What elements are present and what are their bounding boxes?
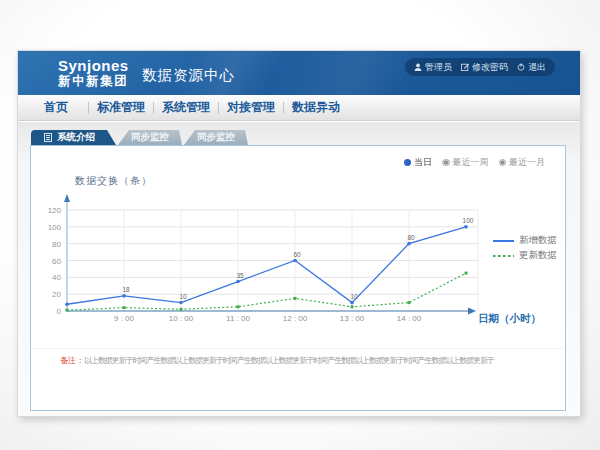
radio-label: 当日 — [414, 156, 432, 169]
nav-item-1[interactable]: 标准管理 — [89, 95, 153, 120]
svg-text:11 : 00: 11 : 00 — [226, 314, 250, 323]
svg-text:100: 100 — [48, 223, 62, 232]
document-icon — [44, 133, 52, 142]
footnote-label: 备注： — [60, 356, 84, 365]
svg-text:14 : 00: 14 : 00 — [397, 314, 422, 323]
svg-text:9 : 00: 9 : 00 — [114, 314, 135, 323]
svg-text:10 : 00: 10 : 00 — [169, 314, 194, 323]
footnote: 备注：以上数据更新于时间产生数据以上数据更新于时间产生数据以上数据更新于时间产生… — [60, 355, 494, 366]
main-nav: 首页标准管理系统管理对接管理数据异动 — [18, 95, 580, 121]
radio-1[interactable]: 最近一周 — [442, 156, 489, 169]
brand-logo-en: Synjones — [58, 57, 129, 74]
power-icon — [517, 63, 525, 71]
nav-item-3[interactable]: 对接管理 — [219, 95, 283, 120]
tab-1[interactable]: 同步监控 — [118, 130, 182, 145]
nav-item-4[interactable]: 数据异动 — [284, 95, 348, 120]
chart-legend: 新增数据更新数据 — [493, 233, 557, 263]
legend-line-sample — [493, 253, 514, 259]
radio-dot — [404, 159, 412, 167]
user-icon — [414, 63, 422, 71]
x-axis-title: 日期（小时） — [478, 312, 541, 326]
footnote-text: 以上数据更新于时间产生数据以上数据更新于时间产生数据以上数据更新于时间产生数据以… — [84, 356, 494, 365]
legend-item-1: 更新数据 — [493, 248, 557, 263]
desktop-background: Synjones 新中新集团 数据资源中心 管理员 修改密码 退出 首页标准管 — [0, 0, 600, 450]
legend-line-sample — [493, 238, 514, 244]
nav-item-0[interactable]: 首页 — [24, 95, 88, 120]
svg-text:18: 18 — [122, 286, 130, 293]
svg-text:0: 0 — [57, 307, 62, 316]
change-password-button[interactable]: 修改密码 — [461, 61, 508, 74]
brand-logo: Synjones 新中新集团 — [58, 57, 129, 89]
divider — [32, 348, 564, 349]
svg-text:60: 60 — [52, 257, 61, 266]
content-area: 系统介绍同步监控同步监控 当日最近一周最近一月 数据交换（条） 02040608… — [18, 122, 580, 416]
brand-logo-cn: 新中新集团 — [58, 74, 129, 89]
app-header: Synjones 新中新集团 数据资源中心 管理员 修改密码 退出 — [18, 51, 580, 95]
svg-text:60: 60 — [293, 251, 301, 258]
legend-label: 更新数据 — [519, 249, 557, 262]
svg-text:13 : 00: 13 : 00 — [340, 314, 365, 323]
svg-text:10: 10 — [350, 293, 358, 300]
legend-item-0: 新增数据 — [493, 233, 557, 248]
line-chart: 0204060801001209 : 0010 : 0011 : 0012 : … — [31, 184, 511, 334]
tab-0[interactable]: 系统介绍 — [31, 130, 116, 145]
current-user[interactable]: 管理员 — [414, 61, 452, 74]
app-window: Synjones 新中新集团 数据资源中心 管理员 修改密码 退出 首页标准管 — [18, 51, 580, 416]
content-panel: 当日最近一周最近一月 数据交换（条） 0204060801001209 : 00… — [30, 145, 566, 411]
svg-text:35: 35 — [236, 272, 244, 279]
logout-button[interactable]: 退出 — [517, 61, 546, 74]
radio-dot — [499, 159, 507, 167]
tab-label: 同步监控 — [131, 131, 169, 144]
tab-2[interactable]: 同步监控 — [184, 130, 248, 145]
radio-label: 最近一月 — [509, 156, 545, 169]
svg-text:80: 80 — [52, 240, 61, 249]
svg-text:40: 40 — [52, 273, 61, 282]
svg-text:80: 80 — [407, 234, 415, 241]
time-range-filter: 当日最近一周最近一月 — [404, 156, 546, 169]
legend-label: 新增数据 — [519, 234, 557, 247]
edit-icon — [461, 63, 469, 71]
user-toolbar: 管理员 修改密码 退出 — [405, 58, 555, 76]
svg-text:120: 120 — [48, 206, 62, 215]
tab-label: 同步监控 — [197, 131, 235, 144]
radio-2[interactable]: 最近一月 — [499, 156, 546, 169]
page-title: 数据资源中心 — [142, 66, 235, 85]
nav-item-2[interactable]: 系统管理 — [154, 95, 218, 120]
svg-text:20: 20 — [52, 290, 61, 299]
svg-text:10: 10 — [179, 293, 187, 300]
radio-0[interactable]: 当日 — [404, 156, 433, 169]
radio-label: 最近一周 — [453, 156, 489, 169]
svg-text:100: 100 — [463, 217, 474, 224]
tab-bar: 系统介绍同步监控同步监控 — [31, 130, 248, 145]
tab-label: 系统介绍 — [57, 131, 95, 144]
radio-dot — [442, 159, 450, 167]
svg-text:12 : 00: 12 : 00 — [283, 314, 308, 323]
